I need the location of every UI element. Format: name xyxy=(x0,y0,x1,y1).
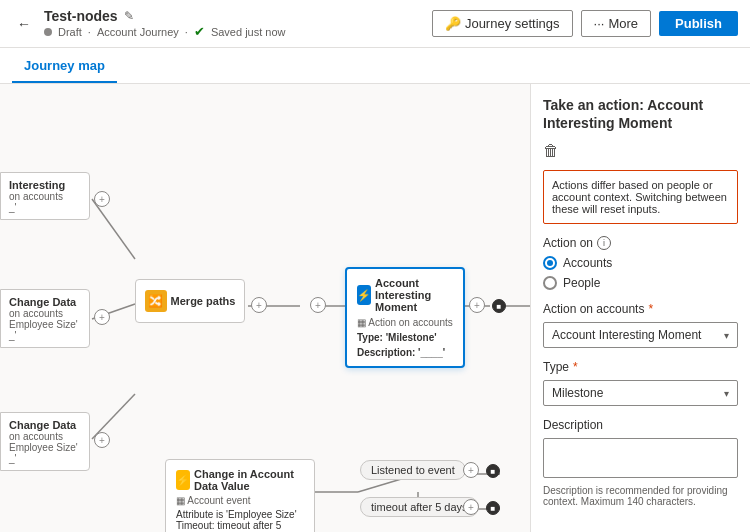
change-account-timeout: Timeout: timeout after 5 days xyxy=(176,520,304,532)
connector-bottom-left[interactable]: + xyxy=(94,432,110,448)
account-interesting-node[interactable]: ⚡ Account Interesting Moment ▦ Action on… xyxy=(345,267,465,368)
header-left: ← Test-nodes ✎ Draft · Account Journey ·… xyxy=(12,8,286,39)
connector-pre-aim[interactable]: + xyxy=(310,297,326,313)
more-icon: ··· xyxy=(594,16,605,31)
connector-end-timeout[interactable]: ■ xyxy=(486,501,500,515)
breadcrumb-sep2: · xyxy=(185,26,188,38)
title-row: Test-nodes ✎ xyxy=(44,8,286,24)
tab-bar: Journey map xyxy=(0,48,750,84)
subtitle-row: Draft · Account Journey · ✔ Saved just n… xyxy=(44,24,286,39)
main: Interesting on accounts _' + Change Data… xyxy=(0,84,750,532)
aim-icon: ⚡ xyxy=(357,285,371,305)
dropdown-arrow-accounts: ▾ xyxy=(724,330,729,341)
header: ← Test-nodes ✎ Draft · Account Journey ·… xyxy=(0,0,750,48)
connector-timeout[interactable]: + xyxy=(463,499,479,515)
change-data-top-title: Change Data xyxy=(9,296,81,308)
publish-button[interactable]: Publish xyxy=(659,11,738,36)
aim-type: Type: 'Milestone' xyxy=(357,332,453,343)
action-on-section: Action on i Accounts People xyxy=(543,236,738,290)
radio-accounts-dot xyxy=(543,256,557,270)
merge-paths-node[interactable]: 🔀 Merge paths xyxy=(135,279,245,323)
radio-people[interactable]: People xyxy=(543,276,738,290)
merge-icon: 🔀 xyxy=(145,290,167,312)
connector-end[interactable]: ■ xyxy=(492,299,506,313)
draft-badge xyxy=(44,28,52,36)
panel-title: Take an action: Account Interesting Mome… xyxy=(543,96,738,132)
interesting-sub: on accounts xyxy=(9,191,81,202)
description-input[interactable] xyxy=(543,438,738,478)
type-dropdown[interactable]: Milestone ▾ xyxy=(543,380,738,406)
timeout-pill: timeout after 5 days xyxy=(360,497,479,517)
saved-check-icon: ✔ xyxy=(194,24,205,39)
connector-post-aim[interactable]: + xyxy=(469,297,485,313)
aim-sub: ▦ Action on accounts xyxy=(357,317,453,328)
settings-icon: 🔑 xyxy=(445,16,461,31)
description-hint: Description is recommended for providing… xyxy=(543,485,738,507)
interesting-node: Interesting on accounts _' xyxy=(0,172,90,220)
header-right: 🔑 Journey settings ··· More Publish xyxy=(432,10,738,37)
aim-desc-label: Description: '____' xyxy=(357,347,445,358)
aim-sub-icon: ▦ xyxy=(357,317,366,328)
more-button[interactable]: ··· More xyxy=(581,10,651,37)
type-section: Type * Milestone ▾ xyxy=(543,360,738,406)
merge-title: Merge paths xyxy=(171,295,236,307)
action-on-accounts-dropdown[interactable]: Account Interesting Moment ▾ xyxy=(543,322,738,348)
connector-after-merge[interactable]: + xyxy=(251,297,267,313)
aim-type-label: Type: 'Milestone' xyxy=(357,332,437,343)
app-title: Test-nodes xyxy=(44,8,118,24)
connector-listened[interactable]: + xyxy=(463,462,479,478)
change-account-sub-icon: ▦ xyxy=(176,495,185,506)
connector-mid-left[interactable]: + xyxy=(94,309,110,325)
description-label: Description xyxy=(543,418,738,432)
required-star: * xyxy=(648,302,653,316)
breadcrumb-sep: · xyxy=(88,26,91,38)
title-area: Test-nodes ✎ Draft · Account Journey · ✔… xyxy=(44,8,286,39)
change-account-title: Change in Account Data Value xyxy=(194,468,304,492)
change-account-sub: Account event xyxy=(187,495,250,506)
dropdown-arrow-type: ▾ xyxy=(724,388,729,399)
interesting-dash: _' xyxy=(9,202,81,213)
action-on-label: Action on i xyxy=(543,236,738,250)
change-data-bottom-node: Change Data on accounts Employee Size' _… xyxy=(0,412,90,471)
type-label: Type * xyxy=(543,360,738,374)
back-button[interactable]: ← xyxy=(12,12,36,36)
change-data-bottom-sub: on accounts xyxy=(9,431,81,442)
change-account-value-node[interactable]: ⚡ Change in Account Data Value ▦ Account… xyxy=(165,459,315,532)
action-on-accounts-label: Action on accounts * xyxy=(543,302,738,316)
saved-label: Saved just now xyxy=(211,26,286,38)
change-data-top-attr: Employee Size' xyxy=(9,319,81,330)
journey-settings-button[interactable]: 🔑 Journey settings xyxy=(432,10,573,37)
connector-top-left[interactable]: + xyxy=(94,191,110,207)
canvas: Interesting on accounts _' + Change Data… xyxy=(0,84,530,532)
change-data-top-sub: on accounts xyxy=(9,308,81,319)
draft-label: Draft xyxy=(58,26,82,38)
radio-accounts[interactable]: Accounts xyxy=(543,256,738,270)
connector-end-listened[interactable]: ■ xyxy=(486,464,500,478)
change-account-icon: ⚡ xyxy=(176,470,190,490)
radio-people-dot xyxy=(543,276,557,290)
aim-title: Account Interesting Moment xyxy=(375,277,453,313)
change-data-top-node: Change Data on accounts Employee Size' _… xyxy=(0,289,90,348)
delete-button[interactable]: 🗑 xyxy=(543,142,738,160)
description-section: Description Description is recommended f… xyxy=(543,418,738,507)
breadcrumb: Account Journey xyxy=(97,26,179,38)
listened-to-event-pill: Listened to event xyxy=(360,460,466,480)
action-on-radio-group: Accounts People xyxy=(543,256,738,290)
aim-desc: Description: '____' xyxy=(357,347,453,358)
type-required-star: * xyxy=(573,360,578,374)
change-data-bottom-title: Change Data xyxy=(9,419,81,431)
tab-journey-map[interactable]: Journey map xyxy=(12,50,117,83)
edit-icon[interactable]: ✎ xyxy=(124,9,134,23)
right-panel: Take an action: Account Interesting Mome… xyxy=(530,84,750,532)
info-icon[interactable]: i xyxy=(597,236,611,250)
action-on-accounts-section: Action on accounts * Account Interesting… xyxy=(543,302,738,348)
svg-line-0 xyxy=(92,199,135,259)
panel-alert: Actions differ based on people or accoun… xyxy=(543,170,738,224)
change-data-bottom-attr: Employee Size' xyxy=(9,442,81,453)
interesting-title: Interesting xyxy=(9,179,81,191)
change-account-attr: Attribute is 'Employee Size' xyxy=(176,509,304,520)
change-data-bottom-dash: _' xyxy=(9,453,81,464)
change-data-top-dash: _' xyxy=(9,330,81,341)
